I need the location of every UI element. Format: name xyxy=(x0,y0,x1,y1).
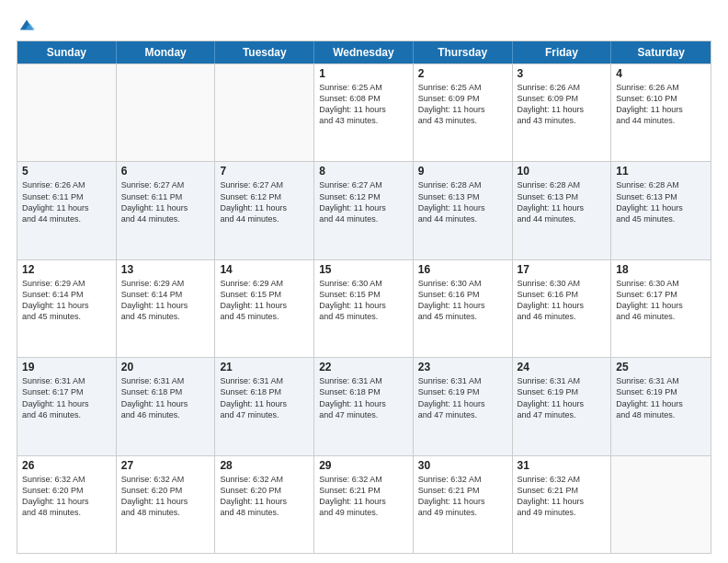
day-number: 10 xyxy=(518,165,607,178)
cal-cell: 9Sunrise: 6:28 AM Sunset: 6:13 PM Daylig… xyxy=(414,162,513,259)
cal-cell: 3Sunrise: 6:26 AM Sunset: 6:09 PM Daylig… xyxy=(513,64,612,161)
day-number: 3 xyxy=(518,67,607,80)
day-info: Sunrise: 6:30 AM Sunset: 6:17 PM Dayligh… xyxy=(616,278,706,323)
day-info: Sunrise: 6:26 AM Sunset: 6:11 PM Dayligh… xyxy=(22,179,111,224)
header-day-sunday: Sunday xyxy=(17,41,117,63)
day-info: Sunrise: 6:27 AM Sunset: 6:12 PM Dayligh… xyxy=(319,179,408,224)
day-info: Sunrise: 6:27 AM Sunset: 6:11 PM Dayligh… xyxy=(121,179,210,224)
day-number: 7 xyxy=(220,165,309,178)
day-info: Sunrise: 6:25 AM Sunset: 6:09 PM Dayligh… xyxy=(418,82,507,127)
day-number: 13 xyxy=(121,263,210,276)
cal-week-2: 5Sunrise: 6:26 AM Sunset: 6:11 PM Daylig… xyxy=(17,161,711,259)
cal-cell: 22Sunrise: 6:31 AM Sunset: 6:18 PM Dayli… xyxy=(314,358,414,454)
calendar: SundayMondayTuesdayWednesdayThursdayFrid… xyxy=(17,40,711,554)
cal-cell: 18Sunrise: 6:30 AM Sunset: 6:17 PM Dayli… xyxy=(611,260,711,357)
day-number: 12 xyxy=(22,263,111,276)
day-info: Sunrise: 6:29 AM Sunset: 6:14 PM Dayligh… xyxy=(22,278,111,323)
cal-cell: 23Sunrise: 6:31 AM Sunset: 6:19 PM Dayli… xyxy=(414,358,513,454)
day-number: 20 xyxy=(121,361,210,373)
header-day-saturday: Saturday xyxy=(611,41,711,63)
header-day-wednesday: Wednesday xyxy=(314,41,414,63)
cal-cell: 30Sunrise: 6:32 AM Sunset: 6:21 PM Dayli… xyxy=(414,456,513,553)
cal-week-5: 26Sunrise: 6:32 AM Sunset: 6:20 PM Dayli… xyxy=(17,455,711,553)
day-info: Sunrise: 6:31 AM Sunset: 6:18 PM Dayligh… xyxy=(121,375,210,420)
day-number: 28 xyxy=(220,459,309,472)
logo xyxy=(17,17,35,31)
cal-cell: 31Sunrise: 6:32 AM Sunset: 6:21 PM Dayli… xyxy=(513,456,612,553)
day-info: Sunrise: 6:31 AM Sunset: 6:18 PM Dayligh… xyxy=(319,375,408,420)
day-info: Sunrise: 6:31 AM Sunset: 6:18 PM Dayligh… xyxy=(220,375,309,420)
cal-cell: 2Sunrise: 6:25 AM Sunset: 6:09 PM Daylig… xyxy=(414,64,513,161)
calendar-body: 1Sunrise: 6:25 AM Sunset: 6:08 PM Daylig… xyxy=(17,63,711,553)
header-day-friday: Friday xyxy=(513,41,612,63)
cal-week-3: 12Sunrise: 6:29 AM Sunset: 6:14 PM Dayli… xyxy=(17,259,711,357)
cal-cell: 15Sunrise: 6:30 AM Sunset: 6:15 PM Dayli… xyxy=(314,260,414,357)
day-number: 6 xyxy=(121,165,210,178)
day-info: Sunrise: 6:30 AM Sunset: 6:15 PM Dayligh… xyxy=(319,278,408,323)
day-number: 11 xyxy=(616,165,706,178)
day-number: 27 xyxy=(121,459,210,472)
day-number: 17 xyxy=(518,263,607,276)
cal-cell: 29Sunrise: 6:32 AM Sunset: 6:21 PM Dayli… xyxy=(314,456,414,553)
calendar-header-row: SundayMondayTuesdayWednesdayThursdayFrid… xyxy=(17,41,711,63)
day-number: 2 xyxy=(418,67,507,80)
cal-cell: 25Sunrise: 6:31 AM Sunset: 6:19 PM Dayli… xyxy=(611,358,711,454)
day-number: 21 xyxy=(220,361,309,373)
cal-week-1: 1Sunrise: 6:25 AM Sunset: 6:08 PM Daylig… xyxy=(17,63,711,161)
cal-cell: 12Sunrise: 6:29 AM Sunset: 6:14 PM Dayli… xyxy=(17,260,117,357)
logo-icon xyxy=(18,17,35,33)
day-info: Sunrise: 6:29 AM Sunset: 6:14 PM Dayligh… xyxy=(121,278,210,323)
day-info: Sunrise: 6:28 AM Sunset: 6:13 PM Dayligh… xyxy=(518,179,607,224)
day-number: 22 xyxy=(319,361,408,373)
day-number: 19 xyxy=(22,361,111,373)
day-info: Sunrise: 6:31 AM Sunset: 6:17 PM Dayligh… xyxy=(22,375,111,420)
cal-cell xyxy=(117,64,216,161)
cal-cell: 6Sunrise: 6:27 AM Sunset: 6:11 PM Daylig… xyxy=(117,162,216,259)
day-number: 9 xyxy=(418,165,507,178)
day-info: Sunrise: 6:31 AM Sunset: 6:19 PM Dayligh… xyxy=(418,375,507,420)
cal-cell: 11Sunrise: 6:28 AM Sunset: 6:13 PM Dayli… xyxy=(611,162,711,259)
day-info: Sunrise: 6:32 AM Sunset: 6:20 PM Dayligh… xyxy=(220,474,309,519)
cal-cell: 16Sunrise: 6:30 AM Sunset: 6:16 PM Dayli… xyxy=(414,260,513,357)
cal-cell: 21Sunrise: 6:31 AM Sunset: 6:18 PM Dayli… xyxy=(215,358,314,454)
day-info: Sunrise: 6:31 AM Sunset: 6:19 PM Dayligh… xyxy=(518,375,607,420)
cal-cell: 8Sunrise: 6:27 AM Sunset: 6:12 PM Daylig… xyxy=(314,162,414,259)
day-number: 18 xyxy=(616,263,706,276)
day-number: 14 xyxy=(220,263,309,276)
day-info: Sunrise: 6:27 AM Sunset: 6:12 PM Dayligh… xyxy=(220,179,309,224)
day-info: Sunrise: 6:30 AM Sunset: 6:16 PM Dayligh… xyxy=(418,278,507,323)
day-number: 4 xyxy=(616,67,706,80)
cal-cell: 20Sunrise: 6:31 AM Sunset: 6:18 PM Dayli… xyxy=(117,358,216,454)
header xyxy=(17,17,711,31)
day-number: 30 xyxy=(418,459,507,472)
day-number: 25 xyxy=(616,361,706,373)
day-info: Sunrise: 6:26 AM Sunset: 6:10 PM Dayligh… xyxy=(616,82,706,127)
cal-cell: 5Sunrise: 6:26 AM Sunset: 6:11 PM Daylig… xyxy=(17,162,117,259)
cal-cell: 10Sunrise: 6:28 AM Sunset: 6:13 PM Dayli… xyxy=(513,162,612,259)
day-number: 8 xyxy=(319,165,408,178)
cal-cell xyxy=(215,64,314,161)
header-day-monday: Monday xyxy=(117,41,216,63)
page: SundayMondayTuesdayWednesdayThursdayFrid… xyxy=(0,0,728,563)
cal-cell: 28Sunrise: 6:32 AM Sunset: 6:20 PM Dayli… xyxy=(215,456,314,553)
day-info: Sunrise: 6:32 AM Sunset: 6:20 PM Dayligh… xyxy=(22,474,111,519)
cal-week-4: 19Sunrise: 6:31 AM Sunset: 6:17 PM Dayli… xyxy=(17,357,711,454)
day-info: Sunrise: 6:32 AM Sunset: 6:21 PM Dayligh… xyxy=(418,474,507,519)
cal-cell: 27Sunrise: 6:32 AM Sunset: 6:20 PM Dayli… xyxy=(117,456,216,553)
cal-cell xyxy=(611,456,711,553)
cal-cell: 24Sunrise: 6:31 AM Sunset: 6:19 PM Dayli… xyxy=(513,358,612,454)
day-number: 29 xyxy=(319,459,408,472)
day-number: 5 xyxy=(22,165,111,178)
day-info: Sunrise: 6:32 AM Sunset: 6:21 PM Dayligh… xyxy=(518,474,607,519)
day-number: 16 xyxy=(418,263,507,276)
cal-cell: 4Sunrise: 6:26 AM Sunset: 6:10 PM Daylig… xyxy=(611,64,711,161)
cal-cell xyxy=(17,64,117,161)
day-number: 15 xyxy=(319,263,408,276)
cal-cell: 7Sunrise: 6:27 AM Sunset: 6:12 PM Daylig… xyxy=(215,162,314,259)
cal-cell: 13Sunrise: 6:29 AM Sunset: 6:14 PM Dayli… xyxy=(117,260,216,357)
day-info: Sunrise: 6:26 AM Sunset: 6:09 PM Dayligh… xyxy=(518,82,607,127)
day-number: 24 xyxy=(518,361,607,373)
day-number: 26 xyxy=(22,459,111,472)
cal-cell: 26Sunrise: 6:32 AM Sunset: 6:20 PM Dayli… xyxy=(17,456,117,553)
day-info: Sunrise: 6:28 AM Sunset: 6:13 PM Dayligh… xyxy=(418,179,507,224)
